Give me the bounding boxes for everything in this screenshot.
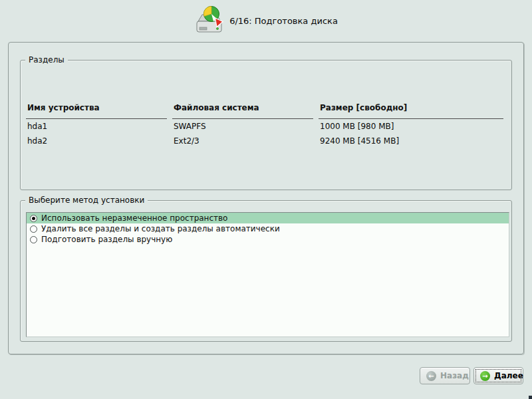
partitions-groupbox: Разделы Имя устройства Файловая система … bbox=[20, 60, 512, 190]
next-button-label: Далее bbox=[494, 371, 523, 380]
option-label: Подготовить разделы вручную bbox=[41, 235, 172, 244]
partitions-groupbox-title: Разделы bbox=[25, 55, 68, 65]
table-row-cell-filesystem[interactable]: Ext2/3 bbox=[172, 134, 319, 148]
content-panel: Разделы Имя устройства Файловая система … bbox=[8, 42, 524, 354]
radio-icon[interactable] bbox=[30, 215, 37, 222]
next-arrow-icon: → bbox=[480, 371, 490, 381]
radio-icon[interactable] bbox=[30, 236, 37, 243]
install-method-groupbox: Выберите метод установки Использовать не… bbox=[20, 200, 512, 342]
option-label: Использовать неразмеченное пространство bbox=[41, 213, 227, 223]
disk-pie-chart-icon bbox=[194, 5, 223, 36]
table-row-cell-device[interactable]: hda1 bbox=[26, 119, 172, 134]
wizard-header: 6/16: Подготовка диска bbox=[0, 4, 532, 37]
page-title: 6/16: Подготовка диска bbox=[229, 16, 338, 26]
option-prepare-manually[interactable]: Подготовить разделы вручную bbox=[27, 234, 509, 245]
table-row-cell-filesystem[interactable]: SWAPFS bbox=[172, 119, 319, 134]
column-header-size: Размер [свободно] bbox=[319, 102, 503, 119]
back-arrow-icon: ← bbox=[426, 371, 436, 381]
radio-icon[interactable] bbox=[30, 225, 37, 233]
partition-table: Имя устройства Файловая система Размер [… bbox=[26, 102, 509, 148]
option-use-unpartitioned-space[interactable]: Использовать неразмеченное пространство bbox=[27, 213, 509, 223]
option-delete-all-and-auto-create[interactable]: Удалить все разделы и создать разделы ав… bbox=[27, 223, 509, 234]
option-label: Удалить все разделы и создать разделы ав… bbox=[41, 224, 280, 233]
table-row-cell-size[interactable]: 9240 MB [4516 MB] bbox=[319, 134, 509, 148]
back-button-label: Назад bbox=[440, 371, 469, 380]
window-resize-grip bbox=[529, 396, 532, 399]
table-row-cell-size[interactable]: 1000 MB [980 MB] bbox=[319, 119, 509, 134]
table-row-cell-device[interactable]: hda2 bbox=[26, 134, 172, 148]
next-button[interactable]: → Далее bbox=[473, 367, 523, 384]
column-header-device: Имя устройства bbox=[26, 102, 167, 119]
install-method-list: Использовать неразмеченное пространство … bbox=[26, 212, 509, 337]
column-header-filesystem: Файловая система bbox=[172, 102, 313, 119]
back-button[interactable]: ← Назад bbox=[420, 367, 470, 384]
install-method-groupbox-title: Выберите метод установки bbox=[25, 196, 148, 205]
